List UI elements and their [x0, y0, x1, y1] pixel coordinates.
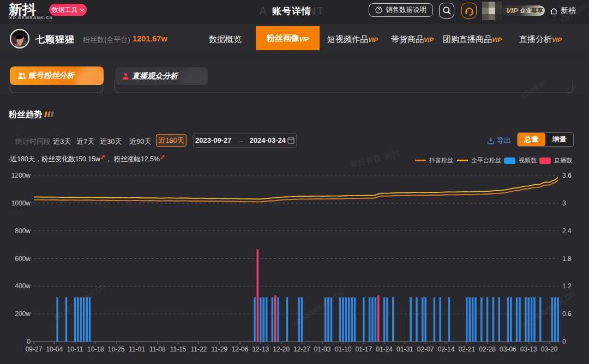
- svg-text:09-27: 09-27: [26, 345, 43, 353]
- svg-text:03-20: 03-20: [541, 345, 558, 353]
- svg-text:800w: 800w: [15, 227, 31, 235]
- svg-text:01-03: 01-03: [314, 345, 331, 353]
- svg-text:11-29: 11-29: [211, 345, 227, 353]
- svg-text:1.2: 1.2: [562, 282, 572, 290]
- svg-text:0: 0: [27, 338, 31, 345]
- svg-text:0.6: 0.6: [562, 310, 572, 318]
- svg-text:400w: 400w: [15, 282, 31, 290]
- svg-text:02-14: 02-14: [438, 345, 455, 353]
- svg-text:11-08: 11-08: [149, 345, 166, 353]
- svg-text:12-27: 12-27: [293, 345, 310, 353]
- svg-text:10-11: 10-11: [67, 345, 83, 353]
- svg-text:02-21: 02-21: [458, 345, 475, 353]
- svg-text:01-10: 01-10: [335, 345, 352, 353]
- svg-text:01-24: 01-24: [376, 345, 393, 353]
- svg-text:03-06: 03-06: [500, 345, 516, 353]
- svg-text:1.8: 1.8: [562, 255, 572, 263]
- svg-text:03-13: 03-13: [520, 345, 537, 353]
- svg-text:10-18: 10-18: [87, 345, 104, 353]
- svg-text:3.6: 3.6: [562, 172, 572, 179]
- svg-text:01-31: 01-31: [396, 345, 413, 353]
- svg-text:3: 3: [562, 199, 566, 207]
- svg-text:02-28: 02-28: [479, 345, 496, 353]
- svg-text:2.4: 2.4: [562, 227, 572, 235]
- svg-text:10-04: 10-04: [46, 345, 63, 353]
- svg-text:02-07: 02-07: [417, 345, 434, 353]
- svg-text:01-17: 01-17: [355, 345, 372, 353]
- svg-text:12-06: 12-06: [232, 345, 249, 353]
- svg-text:1000w: 1000w: [11, 199, 31, 207]
- svg-text:10-25: 10-25: [108, 345, 125, 353]
- svg-text:11-22: 11-22: [190, 345, 207, 353]
- svg-text:1200w: 1200w: [11, 172, 31, 179]
- svg-text:600w: 600w: [15, 255, 31, 263]
- svg-text:12-20: 12-20: [273, 345, 290, 353]
- svg-text:12-13: 12-13: [252, 345, 269, 353]
- svg-text:11-01: 11-01: [129, 345, 145, 353]
- svg-text:0: 0: [562, 338, 566, 345]
- svg-text:11-15: 11-15: [170, 345, 187, 353]
- svg-text:?: ?: [377, 7, 380, 13]
- svg-text:200w: 200w: [15, 310, 31, 318]
